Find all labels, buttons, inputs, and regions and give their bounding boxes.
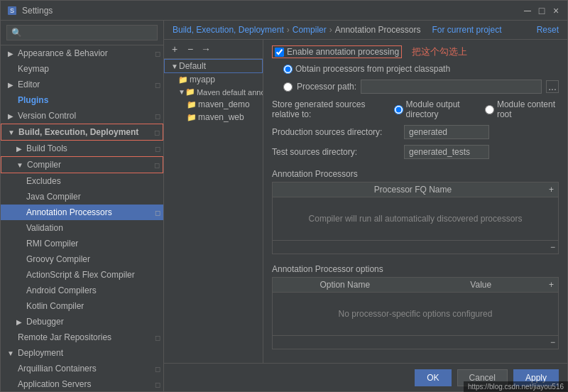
expand-arrow-vc: ▶ bbox=[6, 112, 15, 120]
add-option-btn[interactable]: + bbox=[549, 280, 554, 290]
annotation-options-body: No processor-specific options configured bbox=[273, 293, 558, 335]
sidebar-label-vc: Version Control bbox=[15, 109, 79, 122]
sidebar-item-android[interactable]: Android Compilers bbox=[1, 283, 163, 298]
url-bar: https://blog.csdn.net/jiayou516 bbox=[464, 381, 568, 392]
minimize-btn[interactable]: ─ bbox=[522, 5, 533, 16]
svg-text:S: S bbox=[10, 7, 14, 14]
sidebar-item-java-compiler[interactable]: Java Compiler bbox=[1, 189, 163, 205]
sidebar-right-icon-build: ◻ bbox=[154, 129, 160, 136]
sidebar-item-keymap[interactable]: Keymap bbox=[1, 61, 163, 77]
annotation-options-header: Option Name Value + bbox=[273, 278, 558, 293]
sidebar-item-build-tools[interactable]: ▶ Build Tools ◻ bbox=[1, 141, 163, 156]
sidebar-item-debugger[interactable]: ▶ Debugger bbox=[1, 314, 163, 330]
sidebar-item-rmi[interactable]: RMI Compiler bbox=[1, 236, 163, 251]
sidebar-right-icon-editor: ◻ bbox=[155, 81, 160, 89]
test-sources-input[interactable] bbox=[404, 145, 489, 159]
breadcrumb: Build, Execution, Deployment › Compiler … bbox=[164, 21, 567, 40]
sidebar-item-appearance[interactable]: ▶ Appearance & Behavior ◻ bbox=[1, 45, 163, 61]
proc-path-input[interactable] bbox=[361, 80, 542, 94]
sidebar-item-kotlin[interactable]: Kotlin Compiler bbox=[1, 298, 163, 314]
search-input[interactable] bbox=[6, 25, 158, 40]
enable-annotation-checkbox[interactable] bbox=[275, 48, 284, 57]
sidebar-label-arquillian: Arquillian Containers bbox=[15, 362, 99, 375]
lp-item-maven-web[interactable]: 📁 maven_web bbox=[164, 111, 263, 124]
proc-path-browse[interactable]: ... bbox=[546, 80, 559, 93]
sidebar-label-app-servers: Application Servers bbox=[15, 378, 94, 391]
remove-processor-btn[interactable]: − bbox=[550, 242, 555, 252]
production-input[interactable] bbox=[404, 125, 489, 139]
add-btn[interactable]: + bbox=[168, 43, 181, 55]
sidebar-item-validation[interactable]: Validation bbox=[1, 220, 163, 236]
expand-arrow-bt: ▶ bbox=[15, 145, 23, 153]
expand-arrow-maven: ▼ bbox=[178, 88, 185, 96]
search-box bbox=[1, 21, 163, 45]
sidebar-tree: ▶ Appearance & Behavior ◻ Keymap ▶ Edito… bbox=[1, 45, 163, 391]
lp-label-myapp: myapp bbox=[190, 75, 215, 85]
sidebar-item-annotation-processors[interactable]: Annotation Processors ◻ bbox=[1, 205, 163, 220]
annotation-processors-section: Annotation Processors Processor FQ Name … bbox=[272, 165, 559, 254]
arrow-btn[interactable]: → bbox=[200, 43, 212, 55]
sidebar-label-build: Build, Execution, Deployment bbox=[16, 126, 141, 138]
close-btn[interactable]: × bbox=[550, 5, 562, 16]
production-label: Production sources directory: bbox=[272, 127, 400, 137]
window-title: Settings bbox=[22, 6, 522, 16]
proc-path-radio[interactable] bbox=[283, 82, 293, 92]
sidebar-item-deployment[interactable]: ▼ Deployment bbox=[1, 345, 163, 361]
lp-item-maven-demo[interactable]: 📁 maven_demo bbox=[164, 98, 263, 111]
reset-link[interactable]: Reset bbox=[537, 25, 559, 35]
window-icon: S bbox=[6, 5, 18, 16]
sidebar-label-editor: Editor bbox=[15, 78, 43, 91]
breadcrumb-current: Annotation Processors bbox=[335, 25, 421, 35]
sidebar-right-icon-compiler: ◻ bbox=[154, 161, 160, 169]
sidebar-item-version-control[interactable]: ▶ Version Control ◻ bbox=[1, 108, 163, 124]
module-content-radio[interactable] bbox=[485, 105, 494, 114]
main-panel: Build, Execution, Deployment › Compiler … bbox=[164, 21, 567, 391]
module-output-radio[interactable] bbox=[394, 105, 403, 114]
expand-arrow-build: ▼ bbox=[7, 129, 16, 136]
sidebar-item-app-servers[interactable]: Application Servers ◻ bbox=[1, 376, 163, 391]
sidebar-label-build-tools: Build Tools bbox=[23, 142, 70, 155]
maximize-btn[interactable]: □ bbox=[536, 5, 547, 16]
annotation-processors-table: Processor FQ Name + Compiler will run al… bbox=[272, 182, 559, 254]
sidebar-item-groovy[interactable]: Groovy Compiler bbox=[1, 251, 163, 267]
left-panel: + − → ▼ Default 📁 myapp bbox=[164, 40, 263, 363]
breadcrumb-compiler[interactable]: Compiler bbox=[293, 25, 327, 35]
obtain-radio[interactable] bbox=[283, 65, 293, 74]
sidebar-item-editor[interactable]: ▶ Editor ◻ bbox=[1, 77, 163, 92]
lp-label-demo: maven_demo bbox=[198, 99, 250, 109]
sidebar-item-plugins[interactable]: Plugins bbox=[1, 92, 163, 108]
breadcrumb-sep1: › bbox=[287, 25, 290, 35]
sidebar-item-build-exec[interactable]: ▼ Build, Execution, Deployment ◻ bbox=[1, 124, 163, 141]
test-sources-row: Test sources directory: bbox=[272, 145, 559, 159]
option-name-header: Option Name bbox=[277, 280, 413, 290]
sidebar-item-arquillian[interactable]: Arquillian Containers ◻ bbox=[1, 361, 163, 376]
sidebar-right-icon-bt: ◻ bbox=[155, 145, 160, 153]
window-controls: ─ □ × bbox=[522, 5, 562, 16]
sidebar-right-icon-vc: ◻ bbox=[155, 112, 160, 120]
processor-path-row: Processor path: ... bbox=[283, 80, 559, 94]
sidebar-label-keymap: Keymap bbox=[15, 62, 52, 75]
sidebar-label-java-compiler: Java Compiler bbox=[23, 190, 84, 203]
sidebar-item-compiler[interactable]: ▼ Compiler ◻ bbox=[1, 156, 163, 173]
sidebar-item-remote-jar[interactable]: Remote Jar Repositories ◻ bbox=[1, 330, 163, 345]
expand-arrow-dep: ▼ bbox=[6, 349, 15, 357]
add-processor-btn[interactable]: + bbox=[549, 185, 554, 195]
remove-option-btn[interactable]: − bbox=[550, 337, 555, 347]
ok-button[interactable]: OK bbox=[415, 369, 451, 386]
sidebar: ▶ Appearance & Behavior ◻ Keymap ▶ Edito… bbox=[1, 21, 164, 391]
sidebar-label-android: Android Compilers bbox=[23, 284, 99, 297]
module-content-label: Module content root bbox=[497, 99, 559, 119]
sidebar-label-remote-jar: Remote Jar Repositories bbox=[15, 331, 114, 344]
module-content-option: Module content root bbox=[485, 99, 559, 119]
left-panel-tree: ▼ Default 📁 myapp ▼ 📁 Maven default bbox=[164, 59, 263, 363]
breadcrumb-for-current: For current project bbox=[432, 25, 502, 35]
lp-item-maven-default[interactable]: ▼ 📁 Maven default annota... bbox=[164, 86, 263, 98]
sidebar-item-excludes[interactable]: Excludes bbox=[1, 173, 163, 189]
lp-item-default[interactable]: ▼ Default bbox=[164, 59, 263, 73]
breadcrumb-build[interactable]: Build, Execution, Deployment bbox=[173, 25, 284, 35]
title-bar: S Settings ─ □ × bbox=[1, 1, 567, 21]
sidebar-item-actionscript[interactable]: ActionScript & Flex Compiler bbox=[1, 267, 163, 283]
sidebar-label-actionscript: ActionScript & Flex Compiler bbox=[23, 268, 138, 281]
remove-btn[interactable]: − bbox=[184, 43, 197, 55]
lp-item-myapp[interactable]: 📁 myapp bbox=[164, 73, 263, 86]
